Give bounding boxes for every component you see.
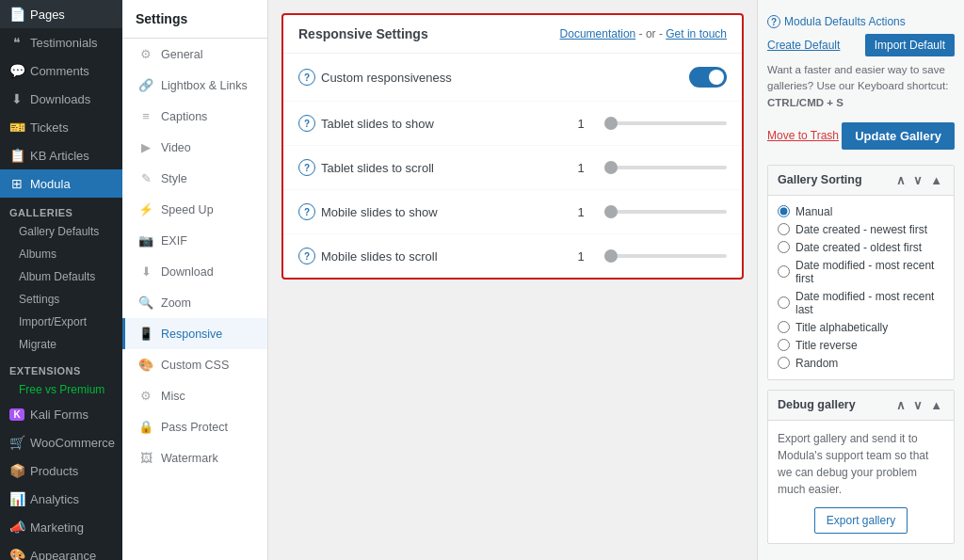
documentation-link[interactable]: Documentation bbox=[560, 27, 636, 40]
sidebar-item-appearance[interactable]: 🎨 Appearance bbox=[0, 541, 122, 560]
sidebar-item-testimonials[interactable]: ❝ Testimonials bbox=[0, 28, 122, 56]
mobile-scroll-thumb bbox=[604, 249, 618, 263]
debug-up-btn[interactable]: ∧ bbox=[894, 398, 908, 412]
sort-date-newest[interactable]: Date created - newest first bbox=[778, 223, 944, 236]
right-panel: ? Modula Defaults Actions Create Default… bbox=[757, 0, 964, 560]
sidebar-sub-settings[interactable]: Settings bbox=[0, 288, 122, 311]
sidebar-item-kb-articles[interactable]: 📋 KB Articles bbox=[0, 141, 122, 169]
testimonials-icon: ❝ bbox=[9, 35, 24, 50]
menu-lightbox[interactable]: 🔗 Lightbox & Links bbox=[122, 70, 267, 101]
captions-icon: ≡ bbox=[138, 109, 153, 123]
sorting-collapse-btn[interactable]: ▲ bbox=[928, 173, 944, 187]
sort-modified-recent-last[interactable]: Date modified - most recent last bbox=[778, 290, 944, 316]
menu-video[interactable]: ▶ Video bbox=[122, 132, 267, 163]
sidebar-item-pages[interactable]: 📄 Pages bbox=[0, 0, 122, 28]
setting-row-mobile-scroll: ? Mobile slides to scroll 1 bbox=[283, 234, 742, 278]
tablet-show-help[interactable]: ? bbox=[298, 115, 315, 132]
sidebar-item-analytics[interactable]: 📊 Analytics bbox=[0, 485, 122, 513]
sidebar-sub-albums[interactable]: Albums bbox=[0, 243, 122, 265]
sidebar-sub-migrate[interactable]: Migrate bbox=[0, 333, 122, 356]
setting-row-tablet-show: ? Tablet slides to show 1 bbox=[283, 102, 742, 146]
get-in-touch-link[interactable]: Get in touch bbox=[666, 27, 727, 40]
menu-responsive[interactable]: 📱 Responsive bbox=[122, 318, 267, 349]
sidebar-item-downloads[interactable]: ⬇ Downloads bbox=[0, 85, 122, 113]
sidebar-item-marketing[interactable]: 📣 Marketing bbox=[0, 513, 122, 541]
sort-modified-recent-first[interactable]: Date modified - most recent first bbox=[778, 259, 944, 285]
tickets-icon: 🎫 bbox=[9, 120, 24, 135]
sorting-up-btn[interactable]: ∧ bbox=[894, 173, 908, 187]
custom-responsiveness-toggle[interactable] bbox=[689, 67, 727, 88]
responsive-settings-title: Responsive Settings bbox=[298, 26, 428, 41]
sort-manual[interactable]: Manual bbox=[778, 205, 944, 218]
mobile-scroll-value: 1 bbox=[567, 249, 595, 264]
sort-date-oldest[interactable]: Date created - oldest first bbox=[778, 241, 944, 254]
mobile-show-slider[interactable] bbox=[604, 210, 727, 214]
tablet-show-slider[interactable] bbox=[604, 121, 727, 125]
sorting-controls: ∧ ∨ ▲ bbox=[894, 173, 944, 187]
menu-general[interactable]: ⚙ General bbox=[122, 39, 267, 70]
mobile-scroll-control: 1 bbox=[567, 249, 727, 264]
menu-custom-css[interactable]: 🎨 Custom CSS bbox=[122, 349, 267, 380]
shortcut-note: Want a faster and easier way to save gal… bbox=[767, 62, 955, 111]
menu-captions[interactable]: ≡ Captions bbox=[122, 101, 267, 132]
sidebar-sub-import-export[interactable]: Import/Export bbox=[0, 311, 122, 333]
defaults-actions-row: Create Default Import Default bbox=[767, 34, 955, 56]
update-gallery-button[interactable]: Update Gallery bbox=[842, 122, 955, 150]
modula-icon: ⊞ bbox=[9, 176, 24, 191]
create-default-button[interactable]: Create Default bbox=[767, 39, 840, 52]
sort-title-reverse[interactable]: Title reverse bbox=[778, 339, 944, 352]
sort-title-alpha[interactable]: Title alphabetically bbox=[778, 321, 944, 334]
debug-gallery-body: Export gallery and send it to Modula's s… bbox=[768, 421, 954, 543]
menu-watermark[interactable]: 🖼 Watermark bbox=[122, 442, 267, 473]
analytics-icon: 📊 bbox=[9, 491, 24, 506]
menu-speed-up[interactable]: ⚡ Speed Up bbox=[122, 194, 267, 225]
sidebar-sub-free-vs-premium[interactable]: Free vs Premium bbox=[0, 378, 122, 401]
sidebar-sub-gallery-defaults[interactable]: Gallery Defaults bbox=[0, 220, 122, 243]
sidebar-item-woocommerce[interactable]: 🛒 WooCommerce bbox=[0, 428, 122, 456]
menu-exif[interactable]: 📷 EXIF bbox=[122, 225, 267, 256]
setting-row-mobile-show: ? Mobile slides to show 1 bbox=[283, 190, 742, 234]
modula-defaults-section: ? Modula Defaults Actions Create Default… bbox=[767, 9, 955, 155]
gallery-sorting-header: Gallery Sorting ∧ ∨ ▲ bbox=[768, 166, 954, 196]
sidebar: 📄 Pages ❝ Testimonials 💬 Comments ⬇ Down… bbox=[0, 0, 122, 560]
sidebar-item-comments[interactable]: 💬 Comments bbox=[0, 56, 122, 85]
mobile-scroll-help[interactable]: ? bbox=[298, 248, 315, 264]
sidebar-item-kali-forms[interactable]: K Kali Forms bbox=[0, 401, 122, 428]
export-gallery-button[interactable]: Export gallery bbox=[814, 507, 908, 534]
video-icon: ▶ bbox=[138, 140, 153, 154]
responsive-header: Responsive Settings Documentation - or -… bbox=[283, 15, 742, 54]
menu-style[interactable]: ✎ Style bbox=[122, 163, 267, 194]
debug-down-btn[interactable]: ∨ bbox=[911, 398, 924, 412]
tablet-scroll-help[interactable]: ? bbox=[298, 159, 315, 176]
sidebar-item-tickets[interactable]: 🎫 Tickets bbox=[0, 113, 122, 141]
toggle-slider bbox=[689, 67, 727, 88]
appearance-icon: 🎨 bbox=[9, 548, 24, 560]
menu-download[interactable]: ⬇ Download bbox=[122, 256, 267, 287]
sorting-down-btn[interactable]: ∨ bbox=[911, 173, 924, 187]
mobile-scroll-slider[interactable] bbox=[604, 254, 727, 258]
gallery-sorting-title: Gallery Sorting bbox=[778, 173, 862, 186]
mobile-show-help[interactable]: ? bbox=[298, 203, 315, 220]
menu-zoom[interactable]: 🔍 Zoom bbox=[122, 287, 267, 318]
setting-row-tablet-scroll: ? Tablet slides to scroll 1 bbox=[283, 146, 742, 190]
sidebar-sub-album-defaults[interactable]: Album Defaults bbox=[0, 265, 122, 288]
responsive-settings-box: Responsive Settings Documentation - or -… bbox=[281, 13, 744, 280]
menu-misc[interactable]: ⚙ Misc bbox=[122, 380, 267, 411]
download-icon: ⬇ bbox=[138, 264, 153, 279]
menu-pass-protect[interactable]: 🔒 Pass Protect bbox=[122, 411, 267, 442]
import-default-button[interactable]: Import Default bbox=[865, 34, 955, 56]
zoom-icon: 🔍 bbox=[138, 296, 153, 310]
sidebar-item-products[interactable]: 📦 Products bbox=[0, 456, 122, 485]
products-icon: 📦 bbox=[9, 463, 24, 478]
settings-panel-title: Settings bbox=[122, 0, 267, 39]
move-to-trash-link[interactable]: Move to Trash bbox=[767, 129, 839, 142]
woo-icon: 🛒 bbox=[9, 435, 24, 450]
sidebar-item-modula[interactable]: ⊞ Modula bbox=[0, 169, 122, 198]
tablet-scroll-value: 1 bbox=[567, 161, 595, 175]
custom-responsiveness-help[interactable]: ? bbox=[298, 69, 315, 86]
sort-random[interactable]: Random bbox=[778, 357, 944, 370]
debug-collapse-btn[interactable]: ▲ bbox=[928, 398, 944, 412]
defaults-help-badge[interactable]: ? bbox=[767, 15, 780, 28]
debug-gallery-header: Debug gallery ∧ ∨ ▲ bbox=[768, 391, 954, 421]
tablet-scroll-slider[interactable] bbox=[604, 166, 727, 169]
